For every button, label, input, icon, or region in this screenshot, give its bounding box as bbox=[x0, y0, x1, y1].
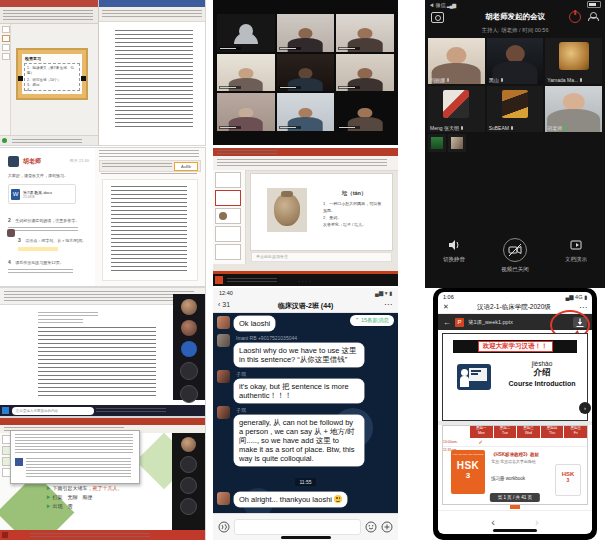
meeting-tile[interactable]: Yamada Ma... bbox=[545, 38, 602, 84]
video-tile[interactable] bbox=[336, 54, 394, 92]
ppt-taskbar-icon[interactable] bbox=[215, 276, 223, 284]
slide-textbox-selected[interactable]: 1、朗读课文（第7课 生词、句型） 2、听写生词（10个） 3、提问 4、 bbox=[24, 63, 80, 91]
avatar[interactable] bbox=[217, 334, 230, 347]
add-participant-icon[interactable] bbox=[588, 12, 599, 21]
slide-thumbnail[interactable] bbox=[2, 26, 10, 33]
ppt-ribbon[interactable] bbox=[0, 7, 98, 24]
participant-avatar[interactable] bbox=[181, 341, 197, 357]
slide-text-line: 1、朗读课文（第7课 生词、句型） bbox=[25, 64, 79, 78]
taskbar-icons[interactable] bbox=[12, 139, 82, 143]
schedule-row: 10:00am-11:35am ✓ bbox=[443, 438, 587, 447]
prev-page-button[interactable]: ‹ bbox=[491, 516, 495, 528]
selection-handle-right[interactable] bbox=[81, 76, 86, 81]
video-tile[interactable] bbox=[336, 93, 394, 131]
participant-avatar[interactable] bbox=[181, 437, 196, 452]
video-tile[interactable] bbox=[277, 54, 335, 92]
slide-preview-2[interactable]: 星期一Mon 星期二Tue 星期三Wed 星期四Thu 星期五Fri 10:00… bbox=[442, 425, 588, 505]
download-button[interactable] bbox=[573, 317, 587, 328]
battery-icon bbox=[587, 1, 601, 8]
slide-thumbnail[interactable] bbox=[215, 208, 241, 224]
slide-thumbnail[interactable] bbox=[215, 244, 241, 260]
next-page-button[interactable]: › bbox=[535, 516, 539, 528]
video-tile[interactable] bbox=[336, 14, 394, 52]
start-button-icon[interactable] bbox=[2, 138, 7, 143]
participant-avatar[interactable] bbox=[181, 299, 197, 315]
word-titlebar[interactable] bbox=[99, 0, 205, 7]
word-page[interactable] bbox=[24, 310, 164, 400]
style-gallery[interactable]: AaBb bbox=[174, 162, 198, 171]
participant-avatar[interactable] bbox=[180, 456, 197, 473]
meeting-tile[interactable]: 玛丽娜 bbox=[428, 38, 485, 84]
message-input[interactable] bbox=[234, 519, 361, 535]
avatar[interactable] bbox=[217, 406, 230, 419]
ppt-titlebar[interactable] bbox=[0, 418, 205, 425]
comment-item[interactable]: 4 课后作业见练习册第12页。 bbox=[8, 250, 88, 275]
plus-button-icon[interactable] bbox=[381, 521, 393, 533]
camera-control[interactable]: 视频已关闭 bbox=[501, 238, 529, 273]
meeting-tile[interactable]: Meng 张天明 bbox=[428, 86, 485, 132]
avatar[interactable] bbox=[217, 492, 230, 505]
word-toolbar[interactable]: AaBb bbox=[99, 160, 201, 172]
close-icon[interactable]: ✕ bbox=[443, 303, 449, 311]
taskbar-icons[interactable] bbox=[96, 408, 166, 413]
slide-thumbnail[interactable] bbox=[215, 172, 241, 188]
ppt-titlebar[interactable] bbox=[0, 0, 98, 7]
slide-thumbnail[interactable] bbox=[2, 44, 10, 51]
mute-label: 切换静音 bbox=[443, 256, 465, 263]
ppt-ribbon[interactable] bbox=[213, 156, 398, 171]
video-tile[interactable] bbox=[277, 93, 335, 131]
comment-item[interactable]: 3 语法点：把字句、从＋地方/时间。 bbox=[8, 228, 88, 251]
course-intro: Course Introduction bbox=[501, 380, 583, 387]
video-tile[interactable] bbox=[277, 14, 335, 52]
page-bubble[interactable]: › bbox=[579, 402, 591, 414]
comment-popup[interactable] bbox=[10, 430, 140, 484]
participant-name: 玛丽娜 bbox=[430, 77, 449, 83]
taskbar-icons[interactable] bbox=[30, 533, 150, 537]
start-button[interactable] bbox=[2, 407, 9, 414]
word-page[interactable] bbox=[103, 180, 197, 280]
end-meeting-button[interactable] bbox=[569, 11, 581, 23]
ppt-thumbnail-panel[interactable] bbox=[0, 24, 11, 136]
share-doc-control[interactable]: 文档演示 bbox=[565, 238, 587, 263]
ppt-titlebar[interactable] bbox=[213, 148, 398, 156]
course-preview-phone: 1:06 ▄▆ 4G ▮ ✕ 汉语2-1-临床学院-2020级 ⋯ ← P 第1… bbox=[425, 288, 605, 540]
voice-input-icon[interactable] bbox=[218, 521, 230, 533]
video-tile-camera-off[interactable] bbox=[217, 14, 275, 52]
file-attachment-card[interactable]: W 第7课 教案.docx 25.6KB bbox=[8, 184, 76, 204]
participant-avatar[interactable] bbox=[180, 477, 197, 494]
meeting-tile-small[interactable] bbox=[448, 134, 466, 152]
participant-avatar[interactable] bbox=[180, 385, 198, 403]
word-menu-row[interactable] bbox=[99, 150, 199, 158]
slide-thumbnail-selected[interactable] bbox=[215, 190, 241, 206]
thumbnail-panel[interactable] bbox=[213, 170, 246, 264]
video-tile[interactable] bbox=[217, 93, 275, 131]
notes-pane[interactable]: 单击此处添加备注 bbox=[251, 252, 392, 262]
sender-name: 子琪 bbox=[236, 407, 364, 414]
back-icon[interactable]: ← bbox=[443, 318, 451, 327]
avatar[interactable] bbox=[217, 370, 230, 383]
participant-avatar[interactable] bbox=[180, 362, 198, 380]
taskbar-search-input[interactable]: 在这里输入你要搜索的内容 bbox=[12, 407, 94, 415]
participant-avatar[interactable] bbox=[181, 320, 197, 336]
video-tile[interactable] bbox=[217, 54, 275, 92]
participant-avatar[interactable] bbox=[180, 498, 197, 515]
slide-thumbnail[interactable] bbox=[2, 53, 10, 60]
mute-control[interactable]: 切换静音 bbox=[443, 238, 465, 263]
emoji-button-icon[interactable] bbox=[365, 521, 377, 533]
start-button[interactable] bbox=[2, 532, 8, 538]
more-button[interactable]: ⋯ bbox=[384, 300, 392, 309]
word-page[interactable] bbox=[105, 26, 200, 138]
meeting-tile[interactable]: 黑山 bbox=[487, 38, 544, 84]
slide-preview-1[interactable]: 欢迎大家学习汉语！！ jièshào 介绍 Course Introductio… bbox=[442, 333, 588, 421]
home-indicator bbox=[281, 536, 331, 539]
avatar[interactable] bbox=[217, 316, 230, 329]
slide-thumbnail[interactable] bbox=[2, 35, 10, 42]
more-icon[interactable]: ⋯ bbox=[579, 303, 587, 312]
selection-handle-left[interactable] bbox=[18, 76, 23, 81]
word-ribbon[interactable] bbox=[99, 7, 205, 22]
meeting-tile[interactable]: SuBEAM bbox=[487, 86, 544, 132]
meeting-tile-small[interactable] bbox=[428, 134, 446, 152]
message-list[interactable]: Ok laoshi Imani RB +9017521035044 Laoshi… bbox=[213, 313, 398, 514]
meeting-tile-speaking[interactable]: 胡老师 bbox=[545, 86, 602, 132]
slide-thumbnail[interactable] bbox=[215, 226, 241, 242]
